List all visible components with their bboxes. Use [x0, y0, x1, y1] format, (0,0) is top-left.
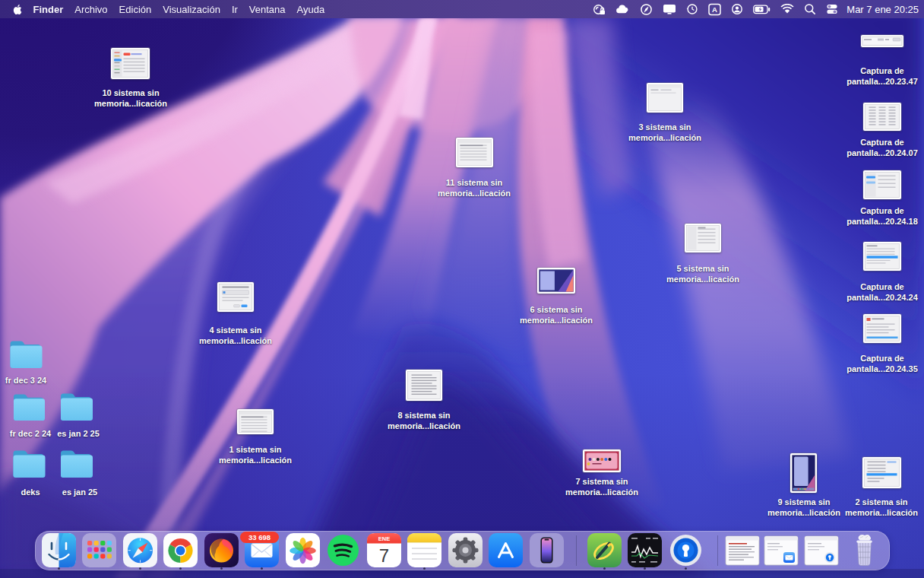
svg-text:A: A [712, 5, 717, 14]
svg-text:7: 7 [378, 545, 388, 566]
svg-text:ENE: ENE [378, 535, 389, 542]
